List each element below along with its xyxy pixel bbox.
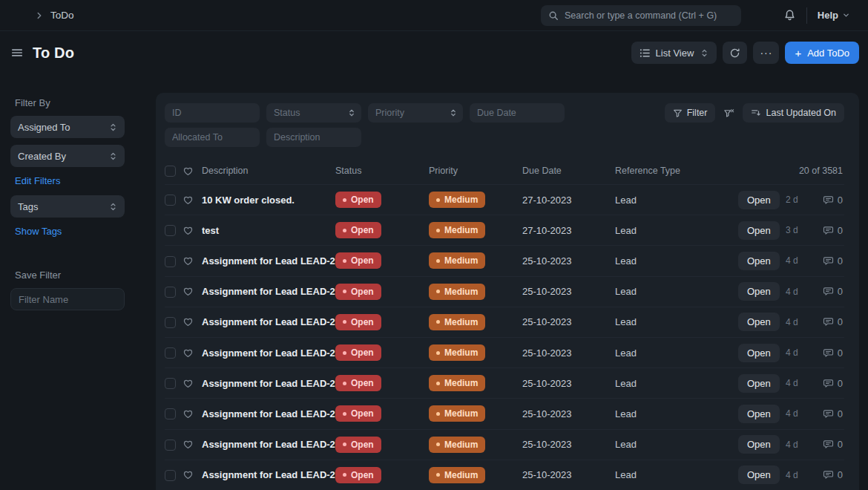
status-dot [343,229,346,232]
todo-description[interactable]: Assignment for Lead LEAD-2 [202,255,335,267]
comments-indicator[interactable]: 0 [817,347,844,359]
row-checkbox[interactable] [165,287,176,298]
comments-indicator[interactable]: 0 [817,378,844,389]
todo-description[interactable]: Assignment for Lead LEAD-2 [202,378,335,389]
edit-filters-link[interactable]: Edit Filters [15,175,60,186]
clear-filter-button[interactable] [721,108,737,119]
todo-description[interactable]: Assignment for Lead LEAD-2 [202,316,335,327]
like-heart-icon[interactable] [183,286,202,297]
like-heart-icon[interactable] [183,255,202,267]
created-by-select[interactable]: Created By [10,145,125,167]
chevron-updown-icon [450,108,457,117]
comments-indicator[interactable]: 0 [817,225,844,236]
search-input[interactable] [565,10,734,21]
due-date: 25-10-2023 [522,316,615,327]
comments-indicator[interactable]: 0 [817,439,844,450]
last-modified-age: 4 d [786,255,817,266]
todo-list-panel: Status Priority Filter [156,93,859,490]
id-filter-input[interactable] [165,103,260,122]
row-checkbox[interactable] [165,408,176,419]
due-date: 25-10-2023 [522,469,615,480]
todo-description[interactable]: Assignment for Lead LEAD-2 [202,469,335,480]
comments-indicator[interactable]: 0 [817,195,844,206]
sort-order-button[interactable]: Last Updated On [743,103,844,122]
status-action-button[interactable]: Open [738,282,780,301]
column-reference-type[interactable]: Reference Type [615,166,738,176]
comments-indicator[interactable]: 0 [817,255,844,267]
todo-description[interactable]: Assignment for Lead LEAD-2 [202,286,335,297]
chevron-updown-icon [109,122,117,132]
priority-filter-select[interactable]: Priority [368,103,463,122]
comments-indicator[interactable]: 0 [817,408,844,419]
filter-name-input[interactable] [10,288,125,310]
allocated-to-filter-input[interactable] [165,128,260,147]
notifications-button[interactable] [783,9,796,22]
todo-description[interactable]: 10 KW order closed. [202,195,335,206]
status-filter-select[interactable]: Status [266,103,361,122]
comments-indicator[interactable]: 0 [817,469,844,480]
status-filter-label: Status [274,108,300,118]
row-checkbox[interactable] [165,470,176,481]
sidebar-toggle-button[interactable] [10,46,24,59]
column-priority[interactable]: Priority [429,166,522,176]
column-description[interactable]: Description [202,166,335,176]
comment-count: 0 [838,195,843,206]
select-all-checkbox[interactable] [165,166,176,177]
status-action-button[interactable]: Open [738,313,780,331]
priority-dot [436,382,440,385]
page-title: To Do [33,45,74,62]
global-search[interactable] [541,5,741,26]
todo-description[interactable]: test [202,225,335,236]
status-action-button[interactable]: Open [738,191,780,209]
status-action-button[interactable]: Open [738,252,780,270]
assigned-to-select[interactable]: Assigned To [10,116,125,138]
view-switcher-button[interactable]: List View [631,42,717,64]
status-dot [343,259,346,263]
status-action-button[interactable]: Open [738,344,780,362]
priority-badge: Medium [429,375,485,391]
column-status[interactable]: Status [335,166,429,176]
like-heart-icon[interactable] [183,347,202,359]
status-action-button[interactable]: Open [738,405,780,423]
like-heart-icon[interactable] [183,225,202,236]
row-checkbox[interactable] [165,317,176,328]
todo-description[interactable]: Assignment for Lead LEAD-2 [202,439,335,450]
like-heart-icon[interactable] [183,195,202,206]
row-checkbox[interactable] [165,225,176,236]
status-action-button[interactable]: Open [738,466,780,484]
comment-count: 0 [838,225,843,236]
todo-description[interactable]: Assignment for Lead LEAD-2 [202,347,335,359]
like-heart-icon[interactable] [183,469,202,480]
comments-indicator[interactable]: 0 [817,286,844,297]
last-modified-age: 4 d [786,287,817,297]
todo-description[interactable]: Assignment for Lead LEAD-2 [202,408,335,419]
help-menu[interactable]: Help [818,10,850,21]
row-checkbox[interactable] [165,256,176,267]
row-checkbox[interactable] [165,347,176,359]
like-heart-icon[interactable] [183,408,202,419]
row-checkbox[interactable] [165,195,176,206]
row-checkbox[interactable] [165,440,176,451]
column-due-date[interactable]: Due Date [522,166,615,176]
row-checkbox[interactable] [165,378,176,389]
show-tags-link[interactable]: Show Tags [15,226,62,237]
priority-dot [436,351,440,355]
add-todo-button[interactable]: + Add ToDo [785,42,859,64]
list-view-icon [640,48,651,59]
status-action-button[interactable]: Open [738,374,780,393]
due-date-filter-input[interactable] [470,103,565,122]
status-action-button[interactable]: Open [738,435,780,454]
like-heart-icon[interactable] [183,378,202,389]
more-options-button[interactable]: ··· [753,42,779,64]
reference-type: Lead [615,255,738,267]
filter-button[interactable]: Filter [665,103,716,122]
like-heart-icon[interactable] [183,316,202,327]
refresh-button[interactable] [723,42,747,64]
reference-type: Lead [615,316,738,327]
status-action-button[interactable]: Open [738,221,780,240]
description-filter-input[interactable] [266,128,361,147]
like-heart-icon[interactable] [183,439,202,450]
comments-indicator[interactable]: 0 [817,316,844,327]
tags-select[interactable]: Tags [10,195,125,218]
breadcrumb[interactable]: ToDo [34,10,74,21]
